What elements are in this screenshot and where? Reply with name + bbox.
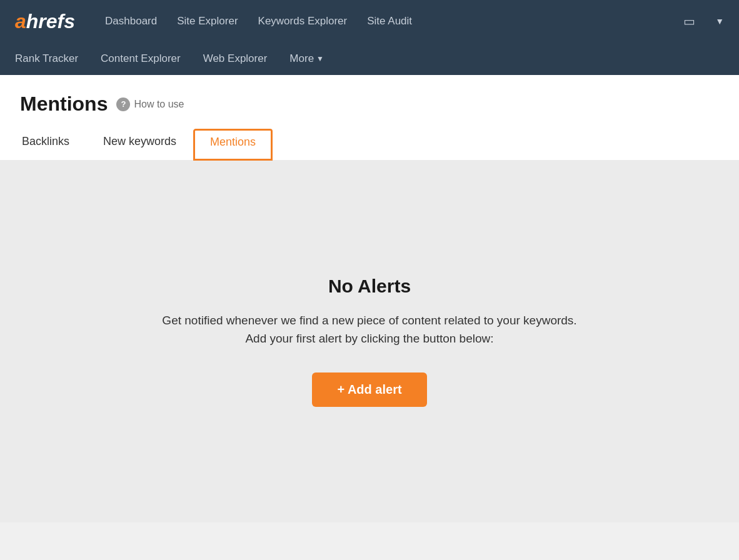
logo[interactable]: a hrefs — [15, 11, 75, 31]
how-to-use-label: How to use — [134, 99, 184, 110]
nav-link-web-explorer[interactable]: Web Explorer — [203, 52, 268, 65]
no-alerts-title: No Alerts — [328, 276, 411, 297]
logo-hrefs: hrefs — [26, 11, 75, 31]
no-alerts-description: Get notified whenever we find a new piec… — [162, 312, 576, 348]
no-alerts-desc-line1: Get notified whenever we find a new piec… — [162, 314, 576, 327]
how-to-use-link[interactable]: ? How to use — [116, 98, 184, 111]
logo-a: a — [15, 11, 26, 31]
main-area: No Alerts Get notified whenever we find … — [0, 160, 739, 522]
nav-link-keywords-explorer[interactable]: Keywords Explorer — [258, 15, 348, 28]
help-icon: ? — [116, 98, 130, 111]
more-chevron-icon: ▼ — [316, 54, 324, 63]
nav-link-content-explorer[interactable]: Content Explorer — [101, 52, 181, 65]
tabs: Backlinks New keywords Mentions — [20, 128, 719, 160]
add-alert-button[interactable]: + Add alert — [312, 372, 426, 407]
more-label: More — [289, 52, 314, 65]
nav-link-site-audit[interactable]: Site Audit — [367, 15, 412, 28]
nav-dropdown-chevron[interactable]: ▼ — [715, 16, 724, 26]
monitor-icon[interactable]: ▭ — [683, 14, 695, 29]
no-alerts-desc-line2: Add your first alert by clicking the but… — [245, 332, 493, 345]
tab-new-keywords[interactable]: New keywords — [86, 128, 193, 160]
nav-link-more[interactable]: More ▼ — [289, 52, 324, 65]
nav-link-site-explorer[interactable]: Site Explorer — [177, 15, 238, 28]
tab-backlinks[interactable]: Backlinks — [20, 128, 86, 160]
nav-link-rank-tracker[interactable]: Rank Tracker — [15, 52, 78, 65]
nav-link-dashboard[interactable]: Dashboard — [105, 15, 157, 28]
page-content: Mentions ? How to use Backlinks New keyw… — [0, 75, 739, 160]
main-header: a hrefs Dashboard Site Explorer Keywords… — [0, 0, 739, 75]
page-header: Mentions ? How to use — [20, 92, 719, 116]
page-title: Mentions — [20, 92, 108, 116]
tab-mentions[interactable]: Mentions — [193, 129, 273, 161]
